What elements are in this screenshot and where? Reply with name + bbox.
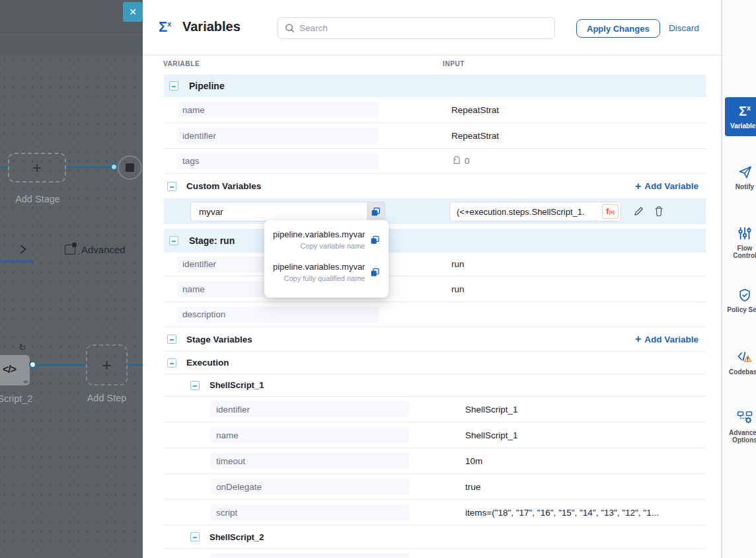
collapse-icon[interactable] xyxy=(169,81,178,91)
group-label: Custom Variables xyxy=(186,181,261,191)
variable-value: run xyxy=(451,284,465,294)
variable-name-cell[interactable]: identifier xyxy=(177,128,379,143)
subgroup-label: ShellScript_2 xyxy=(209,532,264,542)
collapse-icon[interactable] xyxy=(190,532,200,541)
plus-icon: + xyxy=(102,355,112,376)
variable-value-input-wrapper: f(x) xyxy=(449,202,621,221)
search-icon xyxy=(285,23,295,33)
variable-value-input[interactable] xyxy=(450,202,621,221)
variables-table: Pipeline name RepeatStrat identifier Rep… xyxy=(164,75,706,558)
copy-variable-button[interactable] xyxy=(367,202,385,221)
plus-icon: + xyxy=(32,159,42,177)
variable-name-cell[interactable]: onDelegate xyxy=(211,479,409,495)
edit-variable-button[interactable] xyxy=(633,206,644,219)
step-label: ShellScript_2 xyxy=(0,393,39,404)
panel-header: Σx Variables Apply Changes Discard xyxy=(143,0,721,56)
variables-sigma-icon: Σx xyxy=(159,19,171,36)
group-row-stage-variables: Stage Variables + Add Variable xyxy=(164,327,706,352)
add-stage-button[interactable]: + xyxy=(8,153,66,182)
add-step-label: Add Step xyxy=(86,393,128,403)
rail-item-notify[interactable]: Notify xyxy=(725,164,756,190)
popup-item-title: pipeline.variables.myvar xyxy=(273,262,365,272)
variable-name-cell[interactable]: name xyxy=(211,427,409,443)
copy-variable-name-option[interactable]: pipeline.variables.myvar Copy variable n… xyxy=(264,226,389,253)
code-mini-icon: </> xyxy=(23,379,28,384)
variables-sigma-icon: Σx xyxy=(739,104,751,118)
collapse-icon[interactable] xyxy=(190,381,200,390)
canvas-grid xyxy=(0,55,143,558)
expression-fx-icon[interactable]: f(x) xyxy=(602,204,619,219)
section-row-pipeline: Pipeline xyxy=(164,75,706,97)
stage-connector-line xyxy=(0,167,8,168)
canvas-toolbar xyxy=(0,0,143,33)
copy-fqn-option[interactable]: pipeline.variables.myvar Copy fully qual… xyxy=(264,259,389,286)
variable-name-cell[interactable]: identifier xyxy=(211,553,409,558)
variable-value: 10m xyxy=(465,456,482,466)
page-title: Variables xyxy=(182,19,241,34)
rail-item-variables[interactable]: Σx Variables xyxy=(725,97,756,136)
group-row-execution: Execution xyxy=(164,352,706,374)
active-tab-underline xyxy=(0,260,33,262)
copy-icon xyxy=(370,234,380,246)
variable-name-cell[interactable]: identifier xyxy=(211,401,409,417)
table-row: identifier run xyxy=(164,253,706,276)
collapse-icon[interactable] xyxy=(167,358,176,368)
table-row: timeout 10m xyxy=(164,448,706,474)
table-row: tags 0 xyxy=(164,149,706,174)
pencil-icon xyxy=(633,206,644,217)
rail-item-flow-control[interactable]: Flow Control xyxy=(725,225,756,259)
screen: + Add Stage Advanced </> </> ↻ + ShellSc… xyxy=(0,0,756,558)
table-row: script items=("18", "17", "16", "15", "1… xyxy=(164,500,706,526)
delete-variable-button[interactable] xyxy=(654,206,664,219)
variable-value: RepeatStrat xyxy=(451,105,499,115)
variable-value: items=("18", "17", "16", "15", "14", "13… xyxy=(465,508,659,518)
apply-changes-button[interactable]: Apply Changes xyxy=(576,19,660,38)
add-variable-button[interactable]: + Add Variable xyxy=(635,181,699,192)
close-icon: ✕ xyxy=(129,7,137,17)
shield-check-icon xyxy=(725,287,756,303)
add-variable-button[interactable]: + Add Variable xyxy=(635,334,699,344)
discard-button[interactable]: Discard xyxy=(669,23,699,33)
add-step-button[interactable]: + xyxy=(86,344,128,385)
variable-value: ShellScript_1 xyxy=(465,430,518,440)
add-stage-label: Add Stage xyxy=(8,194,67,204)
variable-name-cell[interactable]: tags xyxy=(177,153,379,169)
plus-icon: + xyxy=(635,334,641,344)
tag-icon xyxy=(451,156,461,166)
collapse-icon[interactable] xyxy=(167,335,176,344)
rail-item-advanced-options[interactable]: Advanced Options xyxy=(725,410,756,444)
search-box xyxy=(278,17,555,39)
variable-name-input[interactable] xyxy=(191,202,367,221)
stage-connector-line xyxy=(66,167,114,168)
collapse-icon[interactable] xyxy=(169,236,178,245)
trash-icon xyxy=(654,206,664,217)
group-label: Stage Variables xyxy=(186,335,252,344)
paper-plane-icon xyxy=(725,164,756,180)
copy-icon xyxy=(370,266,380,278)
variable-value: true xyxy=(465,482,480,492)
tab-advanced[interactable]: Advanced xyxy=(65,244,126,255)
expand-chevron-icon[interactable] xyxy=(17,243,29,258)
collapse-icon[interactable] xyxy=(167,182,176,191)
variable-name-cell[interactable]: timeout xyxy=(211,453,409,469)
table-column-headers: VARIABLE INPUT xyxy=(143,56,721,74)
group-label: Execution xyxy=(186,358,229,368)
table-row: description xyxy=(164,302,706,327)
table-row: identifier ShellScript_1 xyxy=(164,397,706,422)
connector-dot xyxy=(29,361,36,368)
sliders-icon xyxy=(725,225,756,241)
search-input[interactable] xyxy=(299,23,548,33)
rail-item-policy-sets[interactable]: Policy Sets xyxy=(725,287,756,313)
table-row: name run xyxy=(164,276,706,302)
table-row: identifier ShellScript_2 xyxy=(164,549,706,558)
group-row-custom-variables: Custom Variables + Add Variable xyxy=(164,174,706,199)
row-gap xyxy=(164,224,706,229)
step-node-shellscript-2[interactable]: </> </> xyxy=(0,355,30,385)
variable-name-cell[interactable]: description xyxy=(177,307,379,323)
rail-item-codebase[interactable]: Codebase xyxy=(725,349,756,376)
variable-name-cell[interactable]: name xyxy=(177,102,379,118)
variable-name-cell[interactable]: script xyxy=(211,504,409,520)
connector-dot xyxy=(110,163,118,171)
table-row: onDelegate true xyxy=(164,474,706,500)
close-drawer-button[interactable]: ✕ xyxy=(123,2,143,22)
